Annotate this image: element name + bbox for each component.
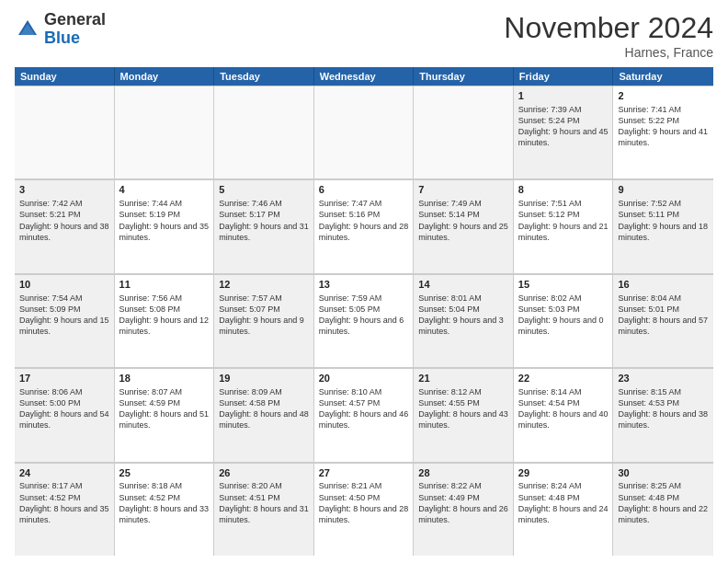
daylight-info: Sunrise: 8:22 AM Sunset: 4:49 PM Dayligh… [418, 480, 508, 525]
day-number: 2 [618, 89, 709, 103]
daylight-info: Sunrise: 8:20 AM Sunset: 4:51 PM Dayligh… [219, 480, 309, 525]
calendar-cell: 18Sunrise: 8:07 AM Sunset: 4:59 PM Dayli… [115, 368, 215, 461]
day-number: 4 [119, 183, 210, 197]
month-title: November 2024 [504, 11, 713, 45]
calendar-week-row: 1Sunrise: 7:39 AM Sunset: 5:24 PM Daylig… [15, 86, 713, 179]
day-number: 26 [219, 466, 309, 480]
day-of-week-header: Sunday [15, 67, 115, 86]
page: General Blue November 2024 Harnes, Franc… [0, 0, 728, 563]
day-number: 1 [518, 89, 609, 103]
day-of-week-header: Friday [514, 67, 614, 86]
daylight-info: Sunrise: 8:09 AM Sunset: 4:58 PM Dayligh… [219, 386, 309, 431]
daylight-info: Sunrise: 8:18 AM Sunset: 4:52 PM Dayligh… [119, 480, 210, 525]
daylight-info: Sunrise: 7:49 AM Sunset: 5:14 PM Dayligh… [418, 198, 508, 243]
daylight-info: Sunrise: 8:10 AM Sunset: 4:57 PM Dayligh… [319, 386, 409, 431]
calendar-cell [414, 86, 514, 178]
daylight-info: Sunrise: 7:46 AM Sunset: 5:17 PM Dayligh… [219, 198, 309, 243]
daylight-info: Sunrise: 8:24 AM Sunset: 4:48 PM Dayligh… [518, 480, 609, 525]
logo-text: General Blue [44, 11, 106, 48]
day-number: 12 [219, 278, 309, 292]
daylight-info: Sunrise: 7:59 AM Sunset: 5:05 PM Dayligh… [319, 293, 409, 338]
calendar-cell: 26Sunrise: 8:20 AM Sunset: 4:51 PM Dayli… [214, 463, 314, 556]
day-number: 22 [518, 372, 609, 385]
day-number: 7 [418, 183, 508, 197]
header: General Blue November 2024 Harnes, Franc… [15, 11, 713, 60]
calendar-body: 1Sunrise: 7:39 AM Sunset: 5:24 PM Daylig… [15, 86, 713, 556]
daylight-info: Sunrise: 7:51 AM Sunset: 5:12 PM Dayligh… [518, 198, 609, 243]
calendar-week-row: 3Sunrise: 7:42 AM Sunset: 5:21 PM Daylig… [15, 179, 713, 273]
day-of-week-header: Wednesday [314, 67, 415, 86]
calendar-cell [214, 86, 314, 178]
calendar-cell: 11Sunrise: 7:56 AM Sunset: 5:08 PM Dayli… [115, 274, 215, 367]
day-number: 30 [618, 466, 709, 480]
daylight-info: Sunrise: 7:39 AM Sunset: 5:24 PM Dayligh… [518, 104, 609, 149]
logo-icon [15, 17, 40, 42]
day-number: 21 [418, 372, 508, 385]
calendar-cell: 8Sunrise: 7:51 AM Sunset: 5:12 PM Daylig… [514, 179, 614, 272]
calendar-cell: 27Sunrise: 8:21 AM Sunset: 4:50 PM Dayli… [314, 463, 415, 556]
calendar-cell: 16Sunrise: 8:04 AM Sunset: 5:01 PM Dayli… [613, 274, 713, 367]
day-number: 23 [618, 372, 709, 385]
day-number: 15 [518, 278, 609, 292]
calendar-cell: 3Sunrise: 7:42 AM Sunset: 5:21 PM Daylig… [15, 179, 115, 272]
daylight-info: Sunrise: 8:12 AM Sunset: 4:55 PM Dayligh… [418, 386, 508, 431]
day-number: 6 [319, 183, 409, 197]
day-of-week-header: Saturday [613, 67, 713, 86]
daylight-info: Sunrise: 8:06 AM Sunset: 5:00 PM Dayligh… [19, 386, 109, 431]
calendar-cell: 5Sunrise: 7:46 AM Sunset: 5:17 PM Daylig… [214, 179, 314, 272]
day-number: 13 [319, 278, 409, 292]
calendar-cell: 29Sunrise: 8:24 AM Sunset: 4:48 PM Dayli… [514, 463, 614, 556]
day-number: 9 [618, 183, 709, 197]
daylight-info: Sunrise: 8:02 AM Sunset: 5:03 PM Dayligh… [518, 293, 609, 338]
daylight-info: Sunrise: 7:54 AM Sunset: 5:09 PM Dayligh… [19, 293, 109, 338]
calendar-cell: 12Sunrise: 7:57 AM Sunset: 5:07 PM Dayli… [214, 274, 314, 367]
daylight-info: Sunrise: 8:15 AM Sunset: 4:53 PM Dayligh… [618, 386, 709, 431]
calendar-week-row: 24Sunrise: 8:17 AM Sunset: 4:52 PM Dayli… [15, 463, 713, 556]
calendar-week-row: 17Sunrise: 8:06 AM Sunset: 5:00 PM Dayli… [15, 368, 713, 462]
calendar-cell: 21Sunrise: 8:12 AM Sunset: 4:55 PM Dayli… [414, 368, 514, 461]
calendar-cell: 17Sunrise: 8:06 AM Sunset: 5:00 PM Dayli… [15, 368, 115, 461]
day-number: 5 [219, 183, 309, 197]
calendar-cell: 24Sunrise: 8:17 AM Sunset: 4:52 PM Dayli… [15, 463, 115, 556]
day-number: 11 [119, 278, 210, 292]
day-number: 18 [119, 372, 210, 385]
daylight-info: Sunrise: 7:41 AM Sunset: 5:22 PM Dayligh… [618, 104, 709, 149]
calendar-cell: 30Sunrise: 8:25 AM Sunset: 4:48 PM Dayli… [613, 463, 713, 556]
day-number: 27 [319, 466, 409, 480]
calendar-week-row: 10Sunrise: 7:54 AM Sunset: 5:09 PM Dayli… [15, 274, 713, 368]
logo: General Blue [15, 11, 106, 48]
daylight-info: Sunrise: 8:01 AM Sunset: 5:04 PM Dayligh… [418, 293, 508, 338]
daylight-info: Sunrise: 8:14 AM Sunset: 4:54 PM Dayligh… [518, 386, 609, 431]
day-number: 10 [19, 278, 109, 292]
calendar-cell: 6Sunrise: 7:47 AM Sunset: 5:16 PM Daylig… [314, 179, 415, 272]
calendar-cell [15, 86, 115, 178]
daylight-info: Sunrise: 7:56 AM Sunset: 5:08 PM Dayligh… [119, 293, 210, 338]
logo-blue: Blue [44, 29, 80, 47]
calendar-cell: 4Sunrise: 7:44 AM Sunset: 5:19 PM Daylig… [115, 179, 215, 272]
location: Harnes, France [504, 45, 713, 60]
daylight-info: Sunrise: 7:47 AM Sunset: 5:16 PM Dayligh… [319, 198, 409, 243]
calendar-cell: 13Sunrise: 7:59 AM Sunset: 5:05 PM Dayli… [314, 274, 415, 367]
calendar-header: SundayMondayTuesdayWednesdayThursdayFrid… [15, 67, 713, 86]
day-number: 16 [618, 278, 709, 292]
day-number: 3 [19, 183, 109, 197]
day-of-week-header: Monday [115, 67, 215, 86]
day-number: 20 [319, 372, 409, 385]
calendar-cell: 19Sunrise: 8:09 AM Sunset: 4:58 PM Dayli… [214, 368, 314, 461]
day-number: 25 [119, 466, 210, 480]
calendar: SundayMondayTuesdayWednesdayThursdayFrid… [15, 67, 713, 556]
day-number: 8 [518, 183, 609, 197]
daylight-info: Sunrise: 8:04 AM Sunset: 5:01 PM Dayligh… [618, 293, 709, 338]
calendar-cell: 22Sunrise: 8:14 AM Sunset: 4:54 PM Dayli… [514, 368, 614, 461]
calendar-cell [115, 86, 215, 178]
daylight-info: Sunrise: 7:57 AM Sunset: 5:07 PM Dayligh… [219, 293, 309, 338]
calendar-cell: 23Sunrise: 8:15 AM Sunset: 4:53 PM Dayli… [613, 368, 713, 461]
day-number: 17 [19, 372, 109, 385]
logo-general: General [44, 10, 106, 29]
calendar-cell: 28Sunrise: 8:22 AM Sunset: 4:49 PM Dayli… [414, 463, 514, 556]
calendar-cell: 9Sunrise: 7:52 AM Sunset: 5:11 PM Daylig… [613, 179, 713, 272]
calendar-cell: 7Sunrise: 7:49 AM Sunset: 5:14 PM Daylig… [414, 179, 514, 272]
daylight-info: Sunrise: 7:44 AM Sunset: 5:19 PM Dayligh… [119, 198, 210, 243]
calendar-cell: 20Sunrise: 8:10 AM Sunset: 4:57 PM Dayli… [314, 368, 415, 461]
daylight-info: Sunrise: 8:17 AM Sunset: 4:52 PM Dayligh… [19, 480, 109, 525]
